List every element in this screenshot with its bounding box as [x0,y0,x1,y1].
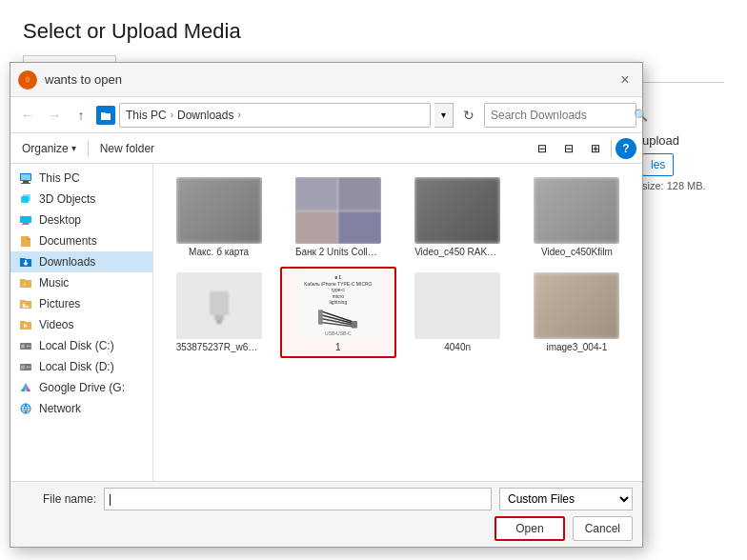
current-folder-icon [96,106,115,125]
forward-button[interactable]: → [43,104,66,127]
sidebar-item-local-d[interactable]: Local Disk (D:) [10,356,152,377]
dialog-close-button[interactable]: × [616,70,635,90]
svg-rect-2 [21,183,30,184]
organize-button[interactable]: Organize ▾ [16,140,82,157]
open-button[interactable]: Open [495,516,564,541]
google-drive-icon [18,380,33,395]
local-c-icon [18,338,33,353]
view-extra-icon: ⊟ [564,142,574,155]
file-label: 353875237R_w640_h640_zaryadnoe-ustrojstv… [176,342,262,352]
view-details-button[interactable]: ⊟ [531,137,554,160]
svg-rect-7 [23,223,29,224]
up-icon: ↑ [78,108,85,123]
file-area[interactable]: Макс. б карта Банк 2 Units Collage (1) [153,164,642,481]
filename-input[interactable] [104,488,492,510]
sidebar-item-3d-objects[interactable]: 3D Objects [10,189,152,210]
sidebar-label-local-c: Local Disk (C:) [39,339,114,352]
file-item[interactable]: 353875237R_w640_h640_zaryadnoe-ustrojstv… [161,267,276,358]
filename-row: File name: Custom Files [20,488,633,510]
sidebar-label-desktop: Desktop [39,213,81,227]
cancel-button[interactable]: Cancel [573,516,633,541]
file-thumbnail: в 1 Кабель iPhone TYPE-C MICRO type-c mi… [295,272,381,339]
svg-point-19 [30,367,31,369]
file-label: Video_c450 RAKPower [414,247,500,257]
action-row: Open Cancel [20,516,633,541]
back-button[interactable]: ← [16,104,39,127]
path-downloads[interactable]: Downloads [177,109,233,122]
sidebar-item-pictures[interactable]: Pictures [10,293,152,314]
file-thumbnail [534,272,619,339]
search-box: 🔍 [484,103,636,128]
pictures-icon [18,296,33,311]
new-folder-label: New folder [100,142,154,155]
search-icon: 🔍 [634,109,648,122]
desktop-icon [18,212,33,228]
view-grid-button[interactable]: ⊞ [584,137,607,160]
sidebar-label-music: Music [39,276,69,290]
svg-rect-23 [216,320,222,324]
filename-label: File name: [20,492,96,506]
sidebar-item-downloads[interactable]: Downloads [10,251,152,272]
file-item[interactable]: Video_c450 RAKPower [400,171,515,263]
file-item-selected[interactable]: в 1 Кабель iPhone TYPE-C MICRO type-c mi… [280,267,395,358]
new-folder-button[interactable]: New folder [94,140,160,157]
3d-objects-icon [18,191,33,207]
upload-button[interactable]: les [642,153,674,176]
dropdown-arrow-icon: ▾ [441,110,446,120]
svg-point-18 [27,367,29,369]
file-label: Банк 2 Units Collage (1) [295,247,381,257]
sidebar-item-desktop[interactable]: Desktop [10,210,152,230]
organize-label: Organize [22,142,69,155]
page-title: Select or Upload Media [23,19,724,44]
sidebar-item-documents[interactable]: Documents [10,230,152,251]
view-extra-button[interactable]: ⊟ [557,137,580,160]
sidebar-label-downloads: Downloads [39,255,95,269]
file-thumbnail [534,177,619,244]
path-sep-1: › [171,110,173,120]
file-item[interactable]: Макс. б карта [161,171,276,263]
dialog-toolbar: Organize ▾ New folder ⊟ ⊟ ⊞ ? [10,133,642,164]
file-item[interactable]: 4040n [400,267,515,358]
refresh-button[interactable]: ↻ [457,104,480,127]
address-bar: ← → ↑ This PC › Downloads › ▾ ↻ [10,97,642,133]
sidebar-item-videos[interactable]: Videos [10,314,152,335]
svg-rect-6 [20,216,31,223]
toolbar-sep-2 [611,140,612,157]
file-item[interactable]: image3_004-1 [519,267,635,358]
network-icon [18,401,33,416]
file-grid: Макс. б карта Банк 2 Units Collage (1) [157,168,638,362]
browser-icon [18,70,37,90]
up-button[interactable]: ↑ [70,104,92,127]
sidebar-label-pictures: Pictures [39,297,80,310]
file-label: 4040n [444,342,471,352]
search-input[interactable] [491,109,634,122]
sidebar-label-3d-objects: 3D Objects [39,192,95,206]
address-path[interactable]: This PC › Downloads › [119,103,431,128]
help-button[interactable]: ? [616,138,636,159]
path-sep-2: › [237,110,240,120]
sidebar-item-google-drive[interactable]: Google Drive (G: [10,377,152,398]
file-thumbnail [414,177,500,244]
file-thumbnail [176,272,262,339]
sidebar-item-network[interactable]: Network [10,398,152,419]
svg-rect-1 [23,181,29,183]
upload-text: upload [642,133,728,148]
sidebar-item-music[interactable]: ♪ Music [10,272,152,293]
refresh-icon: ↻ [463,108,474,123]
videos-icon [18,317,33,332]
file-thumbnail [176,177,262,244]
size-text: size: 128 MB. [642,180,728,191]
sidebar-item-local-c[interactable]: Local Disk (C:) [10,335,152,356]
file-item[interactable]: Video_c450Kfilm [519,171,635,263]
right-info-panel: upload les size: 128 MB. [642,133,728,191]
svg-rect-13 [21,345,25,349]
svg-rect-29 [352,321,357,329]
sidebar-item-this-pc[interactable]: This PC [10,168,152,189]
downloads-icon [18,254,33,270]
file-item[interactable]: Банк 2 Units Collage (1) [280,171,395,263]
address-dropdown[interactable]: ▾ [434,103,454,128]
file-label: 1 [335,342,341,352]
path-thispc[interactable]: This PC [126,109,167,122]
svg-rect-22 [214,315,224,320]
filetype-select[interactable]: Custom Files [499,488,633,510]
